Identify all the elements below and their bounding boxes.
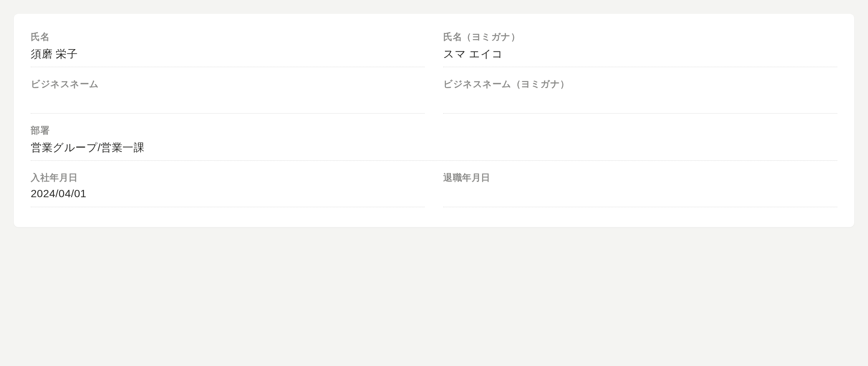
field-leave-date: 退職年月日 xyxy=(443,171,837,207)
label-department: 部署 xyxy=(31,124,837,137)
row-department: 部署 営業グループ/営業一課 xyxy=(31,124,837,161)
row-business-name: ビジネスネーム ビジネスネーム（ヨミガナ） xyxy=(31,78,837,114)
employee-info-card: 氏名 須磨 栄子 氏名（ヨミガナ） スマ エイコ ビジネスネーム ビジネスネーム… xyxy=(14,14,854,227)
field-department: 部署 営業グループ/営業一課 xyxy=(31,124,837,161)
value-department: 営業グループ/営業一課 xyxy=(31,140,837,155)
label-name: 氏名 xyxy=(31,31,425,43)
value-business-name xyxy=(31,94,425,108)
label-business-name: ビジネスネーム xyxy=(31,78,425,90)
value-leave-date xyxy=(443,188,837,201)
field-business-name: ビジネスネーム xyxy=(31,78,425,114)
value-business-name-yomi xyxy=(443,94,837,108)
row-dates: 入社年月日 2024/04/01 退職年月日 xyxy=(31,171,837,207)
row-name: 氏名 須磨 栄子 氏名（ヨミガナ） スマ エイコ xyxy=(31,31,837,67)
value-name: 須磨 栄子 xyxy=(31,47,425,61)
field-business-name-yomi: ビジネスネーム（ヨミガナ） xyxy=(443,78,837,114)
label-business-name-yomi: ビジネスネーム（ヨミガナ） xyxy=(443,78,837,90)
label-leave-date: 退職年月日 xyxy=(443,171,837,184)
field-name: 氏名 須磨 栄子 xyxy=(31,31,425,67)
field-name-yomi: 氏名（ヨミガナ） スマ エイコ xyxy=(443,31,837,67)
field-hire-date: 入社年月日 2024/04/01 xyxy=(31,171,425,207)
label-name-yomi: 氏名（ヨミガナ） xyxy=(443,31,837,43)
label-hire-date: 入社年月日 xyxy=(31,171,425,184)
value-name-yomi: スマ エイコ xyxy=(443,47,837,61)
value-hire-date: 2024/04/01 xyxy=(31,188,425,201)
